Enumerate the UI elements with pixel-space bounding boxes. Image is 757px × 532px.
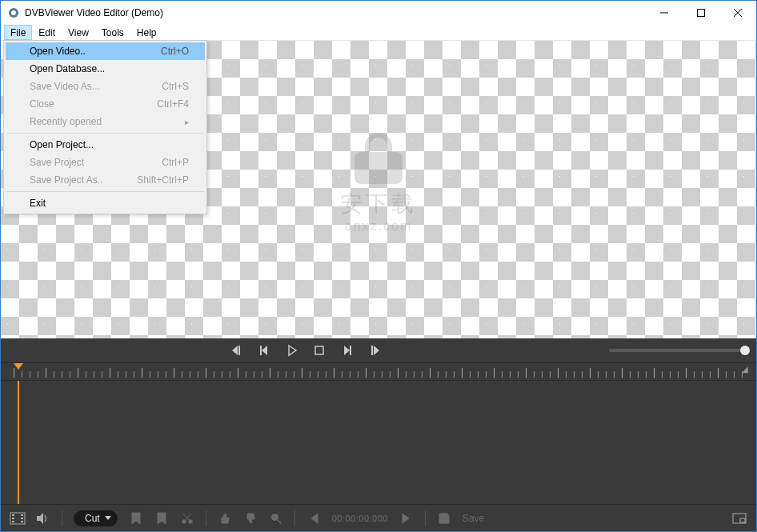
timecode-display: 00:00:00.000 (332, 514, 388, 523)
window-controls (646, 1, 756, 25)
play-button[interactable] (286, 344, 298, 357)
playhead-marker[interactable] (14, 363, 23, 370)
menu-save-project-as: Save Project As.. Shift+Ctrl+P (6, 171, 205, 189)
cut-icon[interactable] (180, 511, 194, 526)
svg-rect-18 (12, 518, 14, 519)
skip-forward-button[interactable] (367, 344, 380, 357)
forward-icon[interactable] (399, 511, 414, 526)
menu-save-video-as: Save Video As... Ctrl+S (6, 78, 205, 95)
svg-marker-10 (289, 346, 296, 355)
filmstrip-icon[interactable] (10, 511, 25, 526)
cut-mode-label: Cut (85, 513, 100, 524)
svg-marker-15 (374, 346, 379, 355)
step-forward-button[interactable] (340, 344, 353, 357)
toolbar-separator (294, 510, 295, 526)
app-icon (7, 6, 20, 19)
menu-close: Close Ctrl+F4 (6, 95, 205, 113)
save-label: Save (463, 513, 484, 524)
timeline-track-area[interactable] (1, 380, 756, 504)
svg-rect-20 (21, 514, 23, 516)
timeline-ruler[interactable]: ◢ (1, 362, 756, 380)
menu-item-shortcut: Ctrl+F4 (157, 98, 189, 110)
ruler-ticks-major (14, 368, 743, 378)
volume-icon[interactable] (36, 511, 50, 526)
file-menu-dropdown: Open Video.. Ctrl+O Open Database... Sav… (3, 40, 207, 214)
window-title: DVBViewer Video Editor (Demo) (25, 7, 646, 18)
menu-exit[interactable]: Exit (6, 194, 205, 212)
svg-rect-19 (12, 521, 14, 522)
dropdown-arrow-icon (105, 516, 111, 520)
menu-recently-opened: Recently opened ▸ (6, 113, 205, 130)
menu-open-project[interactable]: Open Project... (6, 136, 205, 154)
search-icon[interactable] (269, 511, 283, 526)
menu-item-shortcut: Ctrl+S (162, 81, 189, 92)
svg-rect-35 (740, 518, 745, 522)
menu-item-label: Exit (30, 198, 189, 209)
menu-item-label: Recently opened (30, 116, 185, 127)
submenu-arrow-icon: ▸ (185, 118, 189, 126)
playback-controls-strip (1, 338, 756, 362)
svg-marker-12 (344, 346, 350, 355)
stop-button[interactable] (313, 344, 326, 357)
ruler-end-marker: ◢ (742, 365, 748, 374)
svg-rect-22 (21, 521, 23, 522)
svg-point-30 (271, 514, 278, 520)
menu-bar: File Edit View Tools Help (1, 25, 756, 41)
cut-mode-dropdown[interactable]: Cut (74, 510, 118, 526)
menu-tools[interactable]: Tools (95, 25, 130, 40)
maximize-button[interactable] (683, 1, 719, 25)
toolbar-separator (206, 510, 206, 526)
save-icon[interactable] (437, 511, 451, 526)
thumbs-up-icon[interactable] (218, 511, 232, 526)
menu-item-label: Save Project As.. (30, 174, 137, 186)
svg-marker-23 (37, 513, 43, 524)
step-back-button[interactable] (258, 344, 271, 357)
mark-out-icon[interactable] (154, 511, 169, 526)
title-bar: DVBViewer Video Editor (Demo) (1, 1, 756, 25)
watermark-text-domain: anxz.com (340, 219, 417, 234)
playhead-line[interactable] (18, 381, 19, 504)
menu-item-label: Open Project... (30, 139, 189, 150)
svg-rect-7 (238, 346, 240, 355)
mark-in-icon[interactable] (129, 511, 143, 526)
bottom-toolbar: Cut 00:00:00.000 Save (1, 504, 756, 531)
svg-rect-14 (371, 346, 373, 355)
svg-point-1 (11, 10, 16, 15)
svg-rect-21 (21, 518, 23, 519)
svg-marker-25 (158, 513, 166, 524)
zoom-slider[interactable] (609, 349, 745, 352)
svg-marker-8 (262, 346, 267, 355)
menu-item-shortcut: Ctrl+O (161, 46, 189, 57)
thumbs-down-icon[interactable] (243, 511, 258, 526)
svg-rect-13 (350, 346, 351, 355)
menu-item-label: Close (30, 98, 157, 110)
slider-thumb[interactable] (740, 346, 750, 355)
svg-marker-32 (311, 514, 318, 523)
close-button[interactable] (719, 1, 756, 25)
skip-back-button[interactable] (231, 344, 244, 357)
menu-item-shortcut: Shift+Ctrl+P (137, 174, 189, 186)
menu-item-label: Save Video As... (30, 81, 162, 92)
menu-open-database[interactable]: Open Database... (6, 60, 205, 78)
menu-view[interactable]: View (62, 25, 95, 40)
svg-marker-6 (232, 346, 238, 355)
svg-rect-9 (260, 346, 262, 355)
menu-help[interactable]: Help (130, 25, 163, 40)
fullscreen-icon[interactable] (732, 511, 747, 526)
menu-open-video[interactable]: Open Video.. Ctrl+O (6, 42, 205, 60)
menu-edit[interactable]: Edit (32, 25, 62, 40)
lock-icon (354, 146, 403, 184)
playback-buttons (231, 344, 380, 357)
minimize-button[interactable] (646, 1, 683, 25)
menu-save-project: Save Project Ctrl+P (6, 154, 205, 171)
menu-item-shortcut: Ctrl+P (162, 157, 189, 168)
rewind-icon[interactable] (306, 511, 321, 526)
svg-rect-3 (698, 10, 705, 17)
menu-separator (6, 191, 204, 192)
svg-rect-11 (315, 346, 323, 354)
menu-item-label: Open Video.. (30, 46, 161, 57)
menu-file[interactable]: File (4, 25, 32, 40)
toolbar-separator (425, 510, 426, 526)
menu-item-label: Save Project (30, 157, 162, 168)
menu-separator (6, 133, 204, 134)
